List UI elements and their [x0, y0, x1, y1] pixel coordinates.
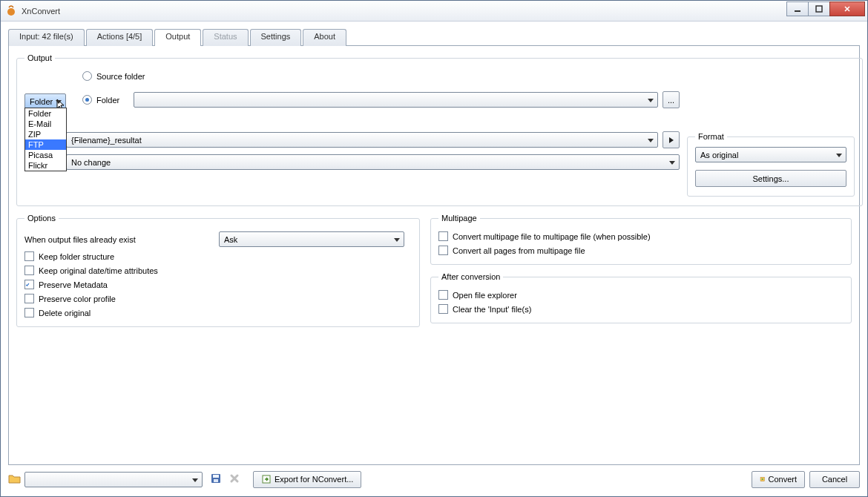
window-buttons	[787, 1, 865, 16]
tab-input[interactable]: Input: 42 file(s)	[8, 29, 85, 46]
filename-combo[interactable]: {Filename}_resultat	[66, 132, 658, 148]
clear-input-label: Clear the 'Input' file(s)	[453, 305, 531, 314]
format-settings-button[interactable]: Settings...	[695, 170, 846, 187]
dropdown-item-ftp[interactable]: FTP	[25, 139, 66, 150]
check-open-explorer[interactable]	[438, 290, 448, 300]
check-preserve-color[interactable]	[24, 294, 34, 303]
check-convert-mp[interactable]	[438, 231, 448, 241]
dropdown-item-flickr[interactable]: Flickr	[25, 160, 66, 171]
exist-value: Ask	[224, 235, 237, 244]
svg-rect-4	[213, 475, 219, 478]
svg-rect-1	[795, 10, 800, 12]
case-value: No change	[71, 158, 111, 167]
svg-point-8	[762, 478, 763, 480]
client-area: Input: 42 file(s) Actions [4/5] Output S…	[1, 22, 867, 496]
after-legend: After conversion	[438, 272, 503, 281]
tab-status[interactable]: Status	[203, 29, 248, 46]
exist-label: When output files already exist	[24, 235, 219, 244]
format-combo[interactable]: As original	[695, 147, 846, 162]
tab-strip: Input: 42 file(s) Actions [4/5] Output S…	[8, 29, 860, 46]
output-group: Output Folder	[16, 53, 863, 206]
open-folder-icon[interactable]	[8, 473, 22, 486]
filename-value: {Filename}_resultat	[71, 136, 142, 145]
tab-output[interactable]: Output	[154, 29, 201, 46]
preserve-color-label: Preserve color profile	[39, 294, 116, 303]
tab-actions[interactable]: Actions [4/5]	[86, 29, 154, 46]
cancel-button[interactable]: Cancel	[809, 471, 860, 488]
check-convert-all[interactable]	[438, 246, 448, 255]
check-keep-datetime[interactable]	[24, 266, 34, 275]
titlebar: XnConvert	[1, 1, 867, 22]
svg-point-0	[7, 8, 15, 16]
save-icon[interactable]	[210, 473, 222, 486]
export-label: Export for NConvert...	[274, 475, 353, 484]
cancel-label: Cancel	[822, 475, 847, 484]
convert-button[interactable]: Convert	[752, 471, 805, 488]
output-panel: Output Folder	[8, 45, 860, 465]
window: XnConvert Input: 42 file(s) Actions [4/5…	[0, 0, 868, 497]
maximize-button[interactable]	[808, 1, 830, 16]
source-folder-label: Source folder	[96, 72, 145, 81]
multipage-group: Multipage Convert multipage file to mult…	[430, 214, 852, 265]
convert-label: Convert	[768, 475, 797, 484]
radio-source-folder[interactable]	[82, 71, 92, 81]
window-title: XnConvert	[22, 7, 787, 16]
filename-play-button[interactable]	[662, 131, 680, 148]
svg-rect-5	[214, 479, 218, 482]
exist-combo[interactable]: Ask	[219, 231, 404, 247]
folder-path-combo[interactable]	[134, 92, 658, 108]
destination-combo[interactable]: Folder Folder E-Mail ZIP FTP Picasa Flic…	[24, 93, 66, 109]
dropdown-item-folder[interactable]: Folder	[25, 108, 66, 119]
keep-folder-label: Keep folder structure	[39, 252, 114, 261]
dropdown-item-picasa[interactable]: Picasa	[25, 150, 66, 160]
multipage-legend: Multipage	[438, 214, 480, 223]
output-legend: Output	[24, 53, 55, 62]
delete-original-label: Delete original	[39, 309, 91, 317]
check-keep-folder[interactable]	[24, 251, 34, 261]
tab-settings[interactable]: Settings	[250, 29, 302, 46]
check-preserve-meta[interactable]	[24, 280, 34, 289]
format-settings-label: Settings...	[753, 174, 789, 183]
dropdown-item-email[interactable]: E-Mail	[25, 119, 66, 129]
tab-about[interactable]: About	[303, 29, 346, 46]
after-group: After conversion Open file explorer Clea…	[430, 272, 852, 323]
export-nconvert-button[interactable]: Export for NConvert...	[253, 471, 361, 488]
case-combo[interactable]: No change	[66, 154, 680, 170]
ellipsis-icon: ...	[668, 96, 674, 105]
format-value: As original	[700, 151, 738, 159]
preserve-meta-label: Preserve Metadata	[39, 280, 108, 289]
convert-all-label: Convert all pages from multipage file	[453, 246, 585, 255]
convert-mp-label: Convert multipage file to multipage file…	[453, 232, 651, 241]
minimize-button[interactable]	[786, 1, 809, 16]
export-icon	[261, 474, 272, 484]
check-clear-input[interactable]	[438, 304, 448, 314]
options-group: Options When output files already exist …	[16, 214, 420, 327]
destination-dropdown: Folder E-Mail ZIP FTP Picasa Flickr	[24, 108, 67, 171]
close-button[interactable]	[829, 1, 865, 16]
destination-combo-value: Folder	[30, 97, 53, 106]
bottom-bar: Export for NConvert... Convert Cancel	[8, 468, 860, 490]
check-delete-original[interactable]	[24, 308, 34, 317]
app-icon	[5, 5, 17, 17]
open-explorer-label: Open file explorer	[453, 291, 517, 300]
radio-folder[interactable]	[82, 95, 92, 105]
svg-rect-2	[816, 6, 822, 12]
options-legend: Options	[24, 214, 59, 223]
delete-icon[interactable]	[229, 473, 240, 485]
format-legend: Format	[695, 132, 727, 141]
dropdown-item-zip[interactable]: ZIP	[25, 129, 66, 139]
convert-icon	[760, 474, 765, 484]
folder-label: Folder	[96, 96, 134, 105]
preset-combo[interactable]	[24, 472, 203, 487]
keep-datetime-label: Keep original date/time attributes	[39, 266, 158, 275]
browse-folder-button[interactable]: ...	[662, 91, 680, 108]
format-group: Format As original Settings...	[687, 132, 855, 197]
play-icon	[668, 136, 674, 144]
